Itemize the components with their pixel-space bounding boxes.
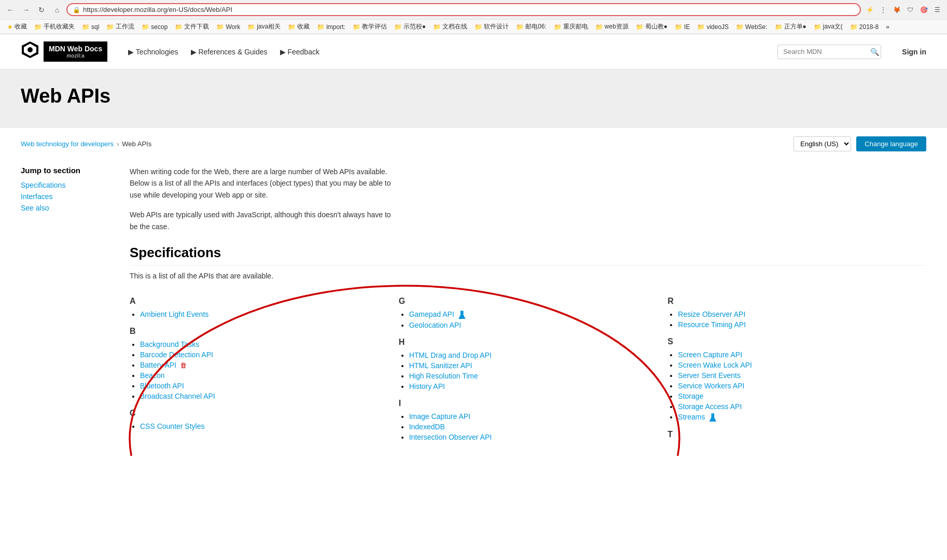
css-counter-styles-link[interactable]: CSS Counter Styles <box>140 422 205 430</box>
sidebar-link-see-also[interactable]: See also <box>21 204 114 212</box>
bookmark-webse[interactable]: 📁 WebSe: <box>733 22 770 32</box>
signin-link[interactable]: Sign in <box>902 48 926 56</box>
html-drag-drop-link[interactable]: HTML Drag and Drop API <box>409 351 492 359</box>
bookmark-label: 正方单● <box>784 22 806 31</box>
gamepad-api-link[interactable]: Gamepad API <box>409 310 454 318</box>
list-item: Resource Timing API <box>678 320 926 329</box>
screen-wake-lock-api-link[interactable]: Screen Wake Lock API <box>678 361 752 369</box>
bookmark-secop[interactable]: 📁 secop <box>138 22 171 32</box>
bookmark-sw[interactable]: 📁 软件设计 <box>471 21 512 32</box>
folder-icon: 📁 <box>142 23 149 31</box>
extensions-btn[interactable]: ⚡ <box>864 4 875 16</box>
menu-btn[interactable]: ☰ <box>931 4 943 16</box>
html-sanitizer-link[interactable]: HTML Sanitizer API <box>409 361 472 370</box>
intersection-observer-link[interactable]: Intersection Observer API <box>409 433 492 441</box>
bookmark-label: java文( <box>823 22 843 31</box>
bookmark-import[interactable]: 📁 import: <box>314 22 349 32</box>
list-item: Screen Wake Lock API <box>678 361 926 369</box>
high-resolution-time-link[interactable]: High Resolution Time <box>409 372 478 380</box>
bookmarks-bar: ★ 收藏 📁 手机收藏夹 📁 sql 📁 工作流 📁 secop 📁 文件下载 … <box>0 19 947 34</box>
back-button[interactable]: ← <box>4 4 17 16</box>
service-workers-api-link[interactable]: Service Workers API <box>678 382 744 390</box>
bookmark-docs[interactable]: 📁 文档在线 <box>430 21 470 32</box>
nav-references[interactable]: ▶ References & Guides <box>191 48 268 56</box>
bookmark-mobile[interactable]: 📁 手机收藏夹 <box>31 21 78 32</box>
addon-fox-btn[interactable]: 🦊 <box>891 4 902 16</box>
search-button[interactable]: 🔍 <box>870 48 879 56</box>
addon-btn3[interactable]: 🎯 <box>918 4 929 16</box>
bookmark-ie[interactable]: 📁 IE <box>672 22 693 32</box>
language-select[interactable]: English (US) <box>793 136 851 151</box>
search-input[interactable] <box>783 48 870 55</box>
nav-technologies[interactable]: ▶ Technologies <box>128 48 178 56</box>
list-item: Battery API 🗑 <box>140 361 388 369</box>
beacon-link[interactable]: Beacon <box>140 371 164 380</box>
bookmark-work[interactable]: 📁 Work <box>213 22 243 32</box>
geolocation-api-link[interactable]: Geolocation API <box>409 321 461 329</box>
flask-icon-streams <box>709 413 716 422</box>
storage-access-api-link[interactable]: Storage Access API <box>678 402 742 411</box>
api-list-c: CSS Counter Styles <box>130 422 388 430</box>
main-content: When writing code for the Web, there are… <box>130 166 926 445</box>
bookmark-sql[interactable]: 📁 sql <box>79 22 102 32</box>
server-sent-events-link[interactable]: Server Sent Events <box>678 371 741 380</box>
screen-capture-api-link[interactable]: Screen Capture API <box>678 351 742 359</box>
bookmark-label: 收藏 <box>15 22 27 31</box>
barcode-detection-api-link[interactable]: Barcode Detection API <box>140 351 213 359</box>
bookmark-fav2[interactable]: 📁 收藏 <box>285 21 313 32</box>
bookmark-java2[interactable]: 📁 java文( <box>811 21 846 32</box>
history-api-link[interactable]: History API <box>409 382 445 390</box>
bookmark-label: 2018-8 <box>859 23 879 31</box>
broadcast-channel-api-link[interactable]: Broadcast Channel API <box>140 392 215 400</box>
browser-toolbar: ← → ↻ ⌂ 🔒 ⚡ ⋮ 🦊 🛡 🎯 ☰ <box>0 0 947 19</box>
change-language-button[interactable]: Change language <box>856 136 926 151</box>
folder-icon: 📁 <box>697 23 705 31</box>
bookmark-more[interactable]: » <box>883 22 893 32</box>
forward-button[interactable]: → <box>20 4 32 16</box>
home-button[interactable]: ⌂ <box>51 4 63 16</box>
settings-btn[interactable]: ⋮ <box>878 4 889 16</box>
battery-api-link[interactable]: Battery API <box>140 361 176 369</box>
list-item: Barcode Detection API <box>140 351 388 359</box>
storage-link[interactable]: Storage <box>678 392 703 400</box>
bookmark-zf[interactable]: 📁 正方单● <box>772 21 810 32</box>
bluetooth-api-link[interactable]: Bluetooth API <box>140 382 184 390</box>
list-item: HTML Drag and Drop API <box>409 351 658 359</box>
background-tasks-link[interactable]: Background Tasks <box>140 340 199 348</box>
address-input[interactable] <box>83 6 855 13</box>
bookmark-files[interactable]: 📁 文件下载 <box>172 21 212 32</box>
bookmark-star[interactable]: ★ 收藏 <box>4 21 30 32</box>
resize-observer-api-link[interactable]: Resize Observer API <box>678 310 745 318</box>
bookmark-cq[interactable]: 📁 重庆邮电 <box>551 21 591 32</box>
address-bar[interactable]: 🔒 <box>66 3 861 16</box>
mdn-search-box[interactable]: 🔍 <box>777 45 881 59</box>
indexeddb-link[interactable]: IndexedDB <box>409 423 445 431</box>
bookmark-demo[interactable]: 📁 示范校● <box>391 21 429 32</box>
addon-shield-btn[interactable]: 🛡 <box>904 4 916 16</box>
bookmark-java[interactable]: 📁 java相关 <box>244 21 284 32</box>
resource-timing-api-link[interactable]: Resource Timing API <box>678 320 746 329</box>
toolbar-right: ⚡ ⋮ 🦊 🛡 🎯 ☰ <box>864 4 943 16</box>
bookmark-videojs[interactable]: 📁 videoJS <box>694 22 732 32</box>
breadcrumb-parent-link[interactable]: Web technology for developers <box>21 140 114 148</box>
bookmark-shushan[interactable]: 📁 蜀山教● <box>633 21 671 32</box>
folder-icon: 📁 <box>675 23 683 31</box>
bookmark-teach[interactable]: 📁 教学评估 <box>350 21 390 32</box>
image-capture-api-link[interactable]: Image Capture API <box>409 412 470 421</box>
refresh-button[interactable]: ↻ <box>35 4 48 16</box>
bookmark-2018[interactable]: 📁 2018-8 <box>847 22 882 32</box>
folder-icon: 📁 <box>317 23 325 31</box>
breadcrumb-current: Web APIs <box>122 140 151 148</box>
secure-icon: 🔒 <box>73 6 80 13</box>
streams-link[interactable]: Streams <box>678 413 705 421</box>
bookmark-web[interactable]: 📁 web资源 <box>592 21 632 32</box>
bookmark-email06[interactable]: 📁 邮电06: <box>513 21 550 32</box>
folder-icon: 📁 <box>595 23 603 31</box>
sidebar-link-interfaces[interactable]: Interfaces <box>21 192 114 201</box>
api-list-i: Image Capture API IndexedDB Intersection… <box>399 412 658 441</box>
sidebar-link-specifications[interactable]: Specifications <box>21 181 114 189</box>
bookmark-workflow[interactable]: 📁 工作流 <box>103 21 137 32</box>
mdn-logo[interactable]: MDN Web Docs mozil:a <box>21 40 107 63</box>
ambient-light-events-link[interactable]: Ambient Light Events <box>140 310 208 318</box>
nav-feedback[interactable]: ▶ Feedback <box>280 48 319 56</box>
